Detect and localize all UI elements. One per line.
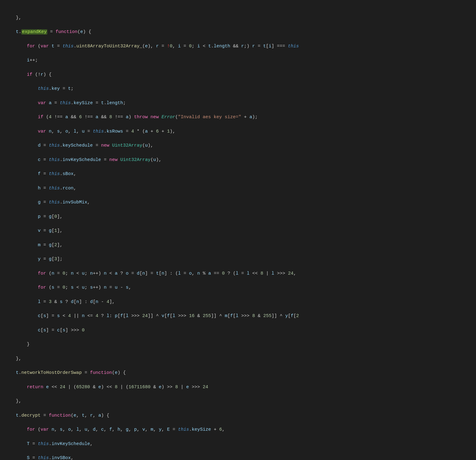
- line-17: m = g[2],: [0, 242, 476, 249]
- line-16: v = g[1],: [0, 227, 476, 234]
- line-26: t.networkToHostOrderSwap = function(e) {: [0, 369, 476, 376]
- line-14: g = this.invSubMix,: [0, 199, 476, 206]
- line-25: },: [0, 355, 476, 362]
- line-6: this.key = t;: [0, 85, 476, 92]
- line-7: var a = this.keySize = t.length;: [0, 100, 476, 107]
- code-editor: }, t.expandKey = function(e) { for (var …: [0, 0, 476, 460]
- line-29: t.decrypt = function(e, t, r, a) {: [0, 412, 476, 419]
- line-15: p = g[0],: [0, 213, 476, 220]
- line-3: for (var t = this.uint8ArrayToUint32Arra…: [0, 43, 476, 50]
- line-1: },: [0, 14, 476, 21]
- line-8: if (4 !== a && 6 !== a && 8 !== a) throw…: [0, 114, 476, 121]
- line-30: for (var n, s, o, l, u, d, c, f, h, g, p…: [0, 426, 476, 433]
- line-12: f = this.sBox,: [0, 170, 476, 177]
- line-13: h = this.rcon,: [0, 185, 476, 192]
- line-31: T = this.invKeySchedule,: [0, 440, 476, 447]
- line-2: t.expandKey = function(e) {: [0, 28, 476, 35]
- line-24: }: [0, 341, 476, 348]
- line-4: i++;: [0, 57, 476, 64]
- line-20: for (s = 0; s < u; s++) n = u - s,: [0, 284, 476, 291]
- line-18: y = g[3];: [0, 256, 476, 263]
- line-23: c[s] = c[s] >>> 0: [0, 327, 476, 334]
- line-22: c[s] = s < 4 || n <= 4 ? l: p[f[l >>> 24…: [0, 312, 476, 319]
- line-32: S = this.invSBox,: [0, 455, 476, 460]
- line-5: if (!r) {: [0, 71, 476, 78]
- line-27: return e << 24 | (65280 & e) << 8 | (167…: [0, 384, 476, 391]
- line-9: var n, s, o, l, u = this.ksRows = 4 * (a…: [0, 128, 476, 135]
- line-21: l = 3 & s ? d[n] : d[n - 4],: [0, 298, 476, 305]
- line-10: d = this.keySchedule = new Uint32Array(u…: [0, 142, 476, 149]
- line-11: c = this.invKeySchedule = new Uint32Arra…: [0, 156, 476, 163]
- line-28: },: [0, 398, 476, 405]
- line-19: for (n = 0; n < u; n++) n < a ? o = d[n]…: [0, 270, 476, 277]
